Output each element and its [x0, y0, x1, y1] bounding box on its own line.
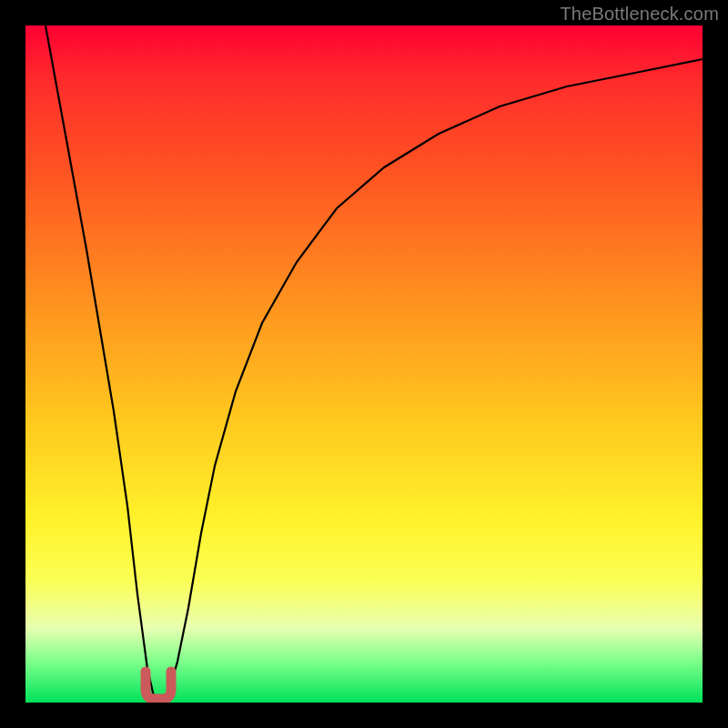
watermark-text: TheBottleneck.com [560, 4, 719, 25]
plot-area [25, 25, 703, 703]
bottleneck-curve [46, 25, 703, 703]
curve-svg [25, 25, 703, 703]
chart-frame: TheBottleneck.com [0, 0, 728, 728]
minimum-marker [146, 672, 171, 699]
